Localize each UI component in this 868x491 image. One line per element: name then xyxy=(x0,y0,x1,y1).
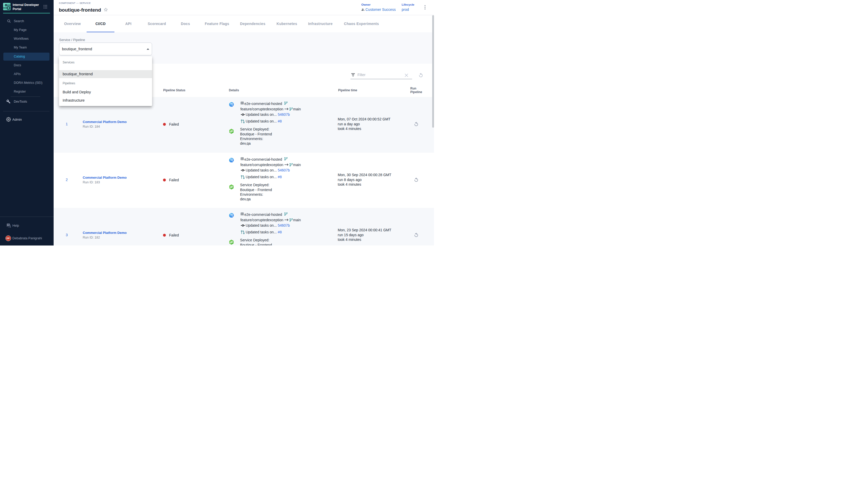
svg-text:?: ? xyxy=(7,223,9,226)
